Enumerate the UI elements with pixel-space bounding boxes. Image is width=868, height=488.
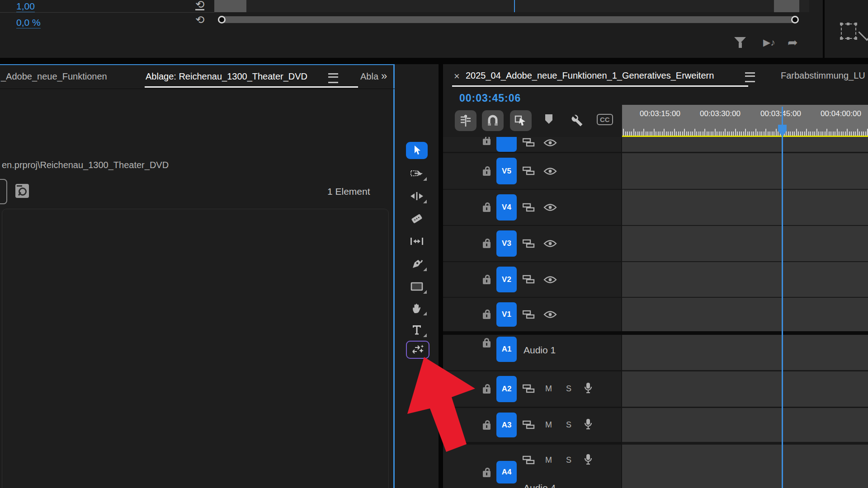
track-lock-icon[interactable] <box>483 169 491 176</box>
tab-sequence-farbabstimmung[interactable]: Farbabstimmung_LU <box>781 70 868 81</box>
track-button-A3[interactable]: A3 <box>496 413 517 437</box>
source-patch-icon[interactable] <box>523 420 535 432</box>
track-lane-V3[interactable] <box>622 226 868 261</box>
export-frame-icon[interactable]: ➦ <box>788 35 798 50</box>
source-patch-icon[interactable] <box>523 275 535 286</box>
voiceover-record-mic-icon[interactable] <box>584 454 592 467</box>
nest-sequence-button[interactable] <box>455 110 476 131</box>
panel-menu-icon[interactable] <box>328 73 338 83</box>
reset-parameter-icon[interactable]: ⟲ <box>195 0 204 10</box>
track-button-A2[interactable]: A2 <box>496 376 517 402</box>
close-timeline-tab-icon[interactable]: × <box>454 70 460 82</box>
play-audio-icon[interactable]: ▶♪ <box>763 37 775 48</box>
ripple-edit-tool[interactable] <box>406 187 428 205</box>
rectangle-tool[interactable] <box>406 277 428 296</box>
track-lane-V5[interactable] <box>622 153 868 189</box>
voiceover-record-mic-icon[interactable] <box>584 382 592 396</box>
generative-extend-tool[interactable] <box>406 341 429 359</box>
track-button-V4[interactable]: V4 <box>496 194 517 221</box>
track-lane-partial[interactable] <box>622 137 868 152</box>
keyframe-track-area[interactable] <box>214 0 809 12</box>
source-patch-icon[interactable] <box>523 310 535 321</box>
type-tool[interactable] <box>406 321 428 339</box>
track-button-V1[interactable]: V1 <box>496 302 517 327</box>
source-patch-icon[interactable] <box>523 166 535 178</box>
slip-tool[interactable] <box>406 232 428 250</box>
panel-menu-icon[interactable] <box>745 72 755 82</box>
hand-tool[interactable] <box>406 299 428 317</box>
source-patch-icon[interactable] <box>523 455 535 467</box>
captions-button[interactable]: CC <box>597 114 613 125</box>
current-timecode[interactable]: 00:03:45:06 <box>459 92 521 104</box>
panel-divider[interactable] <box>0 58 868 64</box>
track-lock-icon[interactable] <box>483 278 491 284</box>
selection-tool[interactable] <box>406 142 428 159</box>
track-button-V5[interactable]: V5 <box>496 158 517 184</box>
track-lane-V2[interactable] <box>622 262 868 297</box>
timeline-zoom-scrollbar[interactable] <box>221 16 795 23</box>
tab-overflow-chevrons[interactable]: » <box>381 70 387 82</box>
add-marker-button[interactable] <box>544 114 553 125</box>
track-button-V2[interactable]: V2 <box>496 267 517 292</box>
snap-magnet-button[interactable] <box>482 110 504 131</box>
track-lane-V1[interactable] <box>622 298 868 331</box>
track-lock-icon[interactable] <box>483 341 491 347</box>
mute-track-button[interactable]: M <box>545 455 552 465</box>
track-lane-V4[interactable] <box>622 190 868 225</box>
tab-adobe-neue-funktionen[interactable]: _Adobe_neue_Funktionen <box>1 71 107 82</box>
tab-ablage-reichenau[interactable]: Ablage: Reichenau_1300_Theater_DVD <box>146 71 307 82</box>
track-button-A1[interactable]: A1 <box>496 337 517 362</box>
panel-divider[interactable] <box>439 64 443 488</box>
percent-value-hot-text[interactable]: 0,0 % <box>16 17 41 28</box>
scale-value-hot-text[interactable]: 1,00 <box>16 1 35 12</box>
track-select-forward-tool[interactable] <box>406 164 428 183</box>
track-button-V3[interactable]: V3 <box>496 230 517 257</box>
toggle-track-output-eye-icon[interactable] <box>543 276 557 286</box>
track-lock-icon[interactable] <box>483 313 491 319</box>
reset-parameter-icon[interactable]: ⟲ <box>195 15 204 24</box>
linked-selection-button[interactable] <box>510 110 532 131</box>
video-audio-divider[interactable] <box>443 331 868 335</box>
track-lock-icon[interactable] <box>483 387 491 394</box>
scrollbar-right-knob[interactable] <box>791 16 799 23</box>
find-in-bin-icon[interactable] <box>15 184 29 198</box>
filter-icon[interactable] <box>734 37 746 48</box>
track-lock-icon[interactable] <box>483 242 491 248</box>
timeline-ruler[interactable]: 00:03:15:0000:03:30:0000:03:45:0000:04:0… <box>622 105 868 136</box>
toggle-track-output-eye-icon[interactable] <box>543 310 557 320</box>
source-patch-icon[interactable] <box>523 203 535 214</box>
timeline-settings-wrench-icon[interactable] <box>570 114 584 128</box>
track-lane-A3[interactable] <box>622 408 868 442</box>
mute-track-button[interactable]: M <box>545 420 552 430</box>
toggle-track-output-eye-icon[interactable] <box>543 167 557 177</box>
track-lock-icon[interactable] <box>483 471 491 477</box>
track-lane-A4[interactable] <box>622 445 868 488</box>
voiceover-record-mic-icon[interactable] <box>584 418 592 432</box>
track-lock-icon[interactable] <box>483 139 491 145</box>
track-lock-icon[interactable] <box>483 423 491 430</box>
razor-tool[interactable] <box>406 210 428 228</box>
track-lock-icon[interactable] <box>483 206 491 212</box>
solo-track-button[interactable]: S <box>566 455 571 465</box>
marquee-select-icon[interactable] <box>841 23 856 39</box>
playhead-line[interactable] <box>782 107 783 488</box>
solo-track-button[interactable]: S <box>566 420 571 430</box>
mute-track-button[interactable]: M <box>545 384 552 394</box>
pen-tool[interactable] <box>406 255 428 273</box>
track-button-[interactable] <box>496 137 517 152</box>
toggle-track-output-eye-icon[interactable] <box>543 139 557 149</box>
bin-content-area[interactable] <box>2 209 389 488</box>
toggle-track-output-eye-icon[interactable] <box>543 203 557 213</box>
tab-ablage-2[interactable]: Abla <box>360 71 379 82</box>
track-header-V3: V3 <box>443 226 621 261</box>
scrollbar-left-knob[interactable] <box>218 16 226 23</box>
tab-sequence-generatives-erweitern[interactable]: 2025_04_Adobe_neue_Funktionen_1_Generati… <box>466 70 714 81</box>
track-button-A4[interactable]: A4 <box>496 461 517 483</box>
source-patch-icon[interactable] <box>523 384 535 395</box>
track-lane-A1[interactable] <box>622 335 868 370</box>
source-patch-icon[interactable] <box>523 239 535 250</box>
source-patch-icon[interactable] <box>523 138 535 149</box>
solo-track-button[interactable]: S <box>566 384 571 394</box>
track-lane-A2[interactable] <box>622 371 868 407</box>
toggle-track-output-eye-icon[interactable] <box>543 239 557 249</box>
